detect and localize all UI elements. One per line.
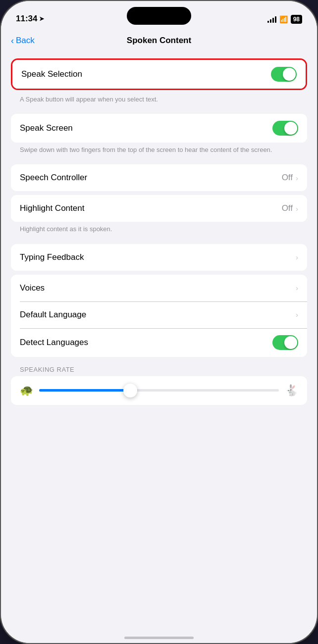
language-group: Voices › Default Language › Detect Langu… [11, 275, 307, 357]
slider-row: 🐢 🐇 [20, 383, 298, 398]
home-bar [124, 637, 194, 639]
speak-screen-label: Speak Screen [20, 123, 73, 133]
typing-feedback-right: › [296, 253, 298, 261]
status-bar: 11:34 ➤ 📶 98 [1, 1, 317, 28]
speech-controller-right: Off › [282, 173, 298, 183]
speak-selection-toggle[interactable] [271, 67, 297, 82]
turtle-icon: 🐢 [20, 384, 33, 397]
dynamic-island [127, 7, 191, 25]
speak-screen-group: Speak Screen Swipe down with two fingers… [11, 114, 307, 160]
slider-fill [39, 389, 130, 392]
status-right: 📶 98 [267, 15, 302, 24]
highlight-content-chevron-icon: › [296, 204, 298, 213]
default-language-right: › [296, 310, 298, 319]
highlight-content-description: Highlight content as it is spoken. [11, 222, 307, 240]
speech-controller-value: Off [282, 173, 293, 183]
battery-indicator: 98 [291, 15, 302, 24]
highlight-content-row[interactable]: Highlight Content Off › [11, 195, 307, 222]
typing-feedback-label: Typing Feedback [20, 252, 84, 262]
speak-screen-description: Swipe down with two fingers from the top… [11, 143, 307, 160]
voices-chevron-icon: › [296, 284, 298, 292]
typing-feedback-chevron-icon: › [296, 253, 298, 261]
speak-selection-card: Speak Selection [12, 60, 306, 89]
home-indicator [1, 623, 317, 643]
speak-selection-row[interactable]: Speak Selection [12, 60, 306, 89]
speak-selection-highlight: Speak Selection [11, 58, 307, 90]
speak-screen-card: Speak Screen [11, 114, 307, 143]
back-label: Back [16, 36, 35, 46]
toggle-knob-2 [284, 122, 297, 135]
speaking-rate-card: 🐢 🐇 [11, 376, 307, 405]
detect-languages-label: Detect Languages [20, 338, 88, 347]
speaking-rate-group: SPEAKING RATE 🐢 🐇 [11, 361, 307, 405]
time-label: 11:34 [16, 14, 37, 24]
speech-controller-chevron-icon: › [296, 174, 298, 182]
language-card: Voices › Default Language › Detect Langu… [11, 275, 307, 357]
status-time: 11:34 ➤ [16, 14, 44, 24]
highlight-content-label: Highlight Content [20, 203, 84, 213]
typing-feedback-group: Typing Feedback › [11, 244, 307, 271]
slider-thumb[interactable] [123, 384, 137, 397]
default-language-chevron-icon: › [296, 310, 298, 319]
detect-languages-row[interactable]: Detect Languages [11, 328, 307, 357]
signal-bars-icon [267, 16, 276, 23]
speak-selection-label: Speak Selection [21, 69, 82, 79]
nav-header: ‹ Back Spoken Content [1, 28, 317, 53]
rabbit-icon: 🐇 [285, 384, 298, 397]
highlight-content-value: Off [282, 203, 293, 213]
speaking-rate-slider[interactable] [39, 383, 279, 398]
screen: 11:34 ➤ 📶 98 ‹ Back [1, 1, 317, 643]
speaking-rate-header: SPEAKING RATE [11, 361, 307, 376]
highlight-content-group: Highlight Content Off › Highlight conten… [11, 195, 307, 240]
speak-screen-toggle[interactable] [272, 121, 298, 136]
detect-languages-toggle[interactable] [272, 335, 298, 350]
default-language-row[interactable]: Default Language › [11, 301, 307, 328]
back-button[interactable]: ‹ Back [11, 36, 35, 46]
voices-row[interactable]: Voices › [11, 275, 307, 301]
page-title: Spoken Content [127, 36, 191, 46]
scroll-content: Speak Selection A Speak button will appe… [1, 53, 317, 623]
typing-feedback-row[interactable]: Typing Feedback › [11, 244, 307, 271]
highlight-content-card: Highlight Content Off › [11, 195, 307, 222]
speak-screen-row[interactable]: Speak Screen [11, 114, 307, 143]
toggle-knob-3 [284, 336, 297, 349]
speak-selection-group: Speak Selection A Speak button will appe… [11, 58, 307, 110]
toggle-knob [283, 68, 296, 81]
speech-controller-row[interactable]: Speech Controller Off › [11, 164, 307, 191]
speech-controller-label: Speech Controller [20, 173, 87, 183]
default-language-label: Default Language [20, 310, 86, 320]
speech-controller-group: Speech Controller Off › [11, 164, 307, 191]
slider-track [39, 389, 279, 392]
speak-selection-description: A Speak button will appear when you sele… [11, 92, 307, 110]
speech-controller-card: Speech Controller Off › [11, 164, 307, 191]
voices-label: Voices [20, 283, 45, 293]
location-arrow-icon: ➤ [39, 15, 44, 22]
back-chevron-icon: ‹ [11, 36, 14, 46]
highlight-content-right: Off › [282, 203, 298, 213]
typing-feedback-card: Typing Feedback › [11, 244, 307, 271]
voices-right: › [296, 284, 298, 292]
phone-frame: 11:34 ➤ 📶 98 ‹ Back [0, 0, 318, 644]
wifi-icon: 📶 [279, 15, 288, 23]
